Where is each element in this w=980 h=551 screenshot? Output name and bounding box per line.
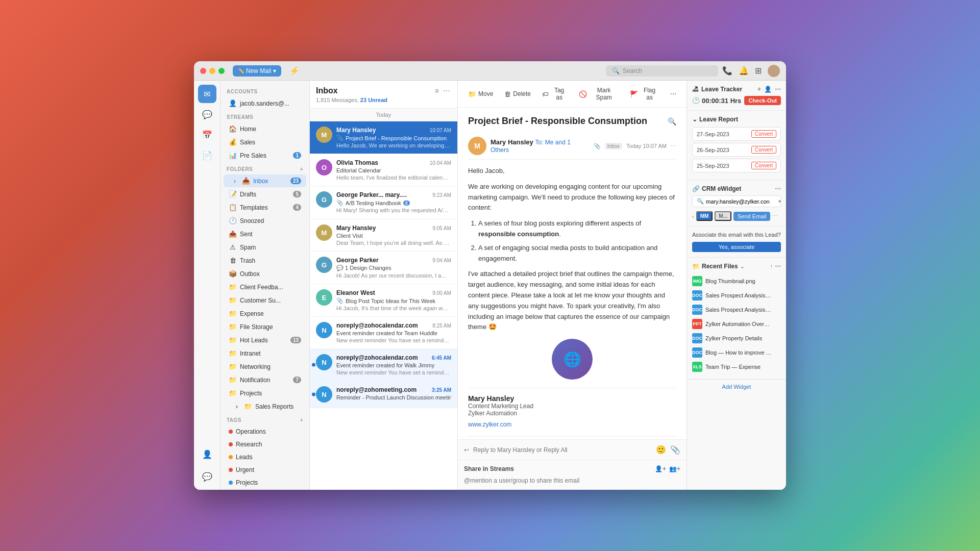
sidebar-item-spam[interactable]: ⚠ Spam xyxy=(224,241,306,254)
recent-file-item[interactable]: PPT Zylker Automation Overview xyxy=(692,317,781,331)
leave-tracker-user-icon[interactable]: 👤 xyxy=(764,86,772,93)
add-person-icon[interactable]: 👤+ xyxy=(655,465,666,472)
crm-tabs-more[interactable]: ⋯ xyxy=(772,213,778,219)
recent-file-item[interactable]: DOC Sales Prospect Analysis.pages xyxy=(692,303,781,317)
sidebar-item-networking[interactable]: 📁 Networking xyxy=(224,360,306,373)
crm-tab-m[interactable]: M... xyxy=(715,211,731,221)
sidebar-item-intranet[interactable]: 📁 Intranet xyxy=(224,347,306,360)
more-toolbar-button[interactable]: ⋯ xyxy=(666,88,680,99)
search-bar[interactable]: 🔍 Search xyxy=(606,65,718,77)
sidebar-item-templates[interactable]: 📋 Templates 4 xyxy=(224,201,306,214)
attach-icon[interactable]: 📎 xyxy=(670,445,680,455)
nav-chat[interactable]: 💬 xyxy=(198,105,216,123)
email-more-button[interactable]: ⋯ xyxy=(671,143,676,149)
sidebar-item-inbox[interactable]: › 📥 Inbox 23 xyxy=(224,174,306,187)
maximize-button[interactable] xyxy=(218,68,225,74)
tag-as-button[interactable]: 🏷 Tag as xyxy=(538,85,572,103)
sidebar-item-home[interactable]: 🏠 Home xyxy=(224,122,306,135)
mark-spam-button[interactable]: 🚫 Mark Spam xyxy=(575,85,623,103)
checkout-button[interactable]: Check-Out xyxy=(744,96,781,105)
crm-search-input[interactable] xyxy=(706,198,776,205)
sidebar-tag-urgent[interactable]: Urgent xyxy=(224,464,306,476)
sidebar-tag-intranet[interactable]: Intranet xyxy=(224,489,306,490)
sidebar-tag-projects[interactable]: Projects xyxy=(224,477,306,489)
sidebar-item-notification[interactable]: 📁 Notification 7 xyxy=(224,373,306,386)
email-item[interactable]: M Mary Hansley 9:05 AM Client Visit Dear… xyxy=(310,219,457,252)
layout-icon[interactable]: ⊞ xyxy=(755,66,762,76)
share-input[interactable] xyxy=(464,477,680,484)
leave-tracker-more[interactable]: ⋯ xyxy=(775,86,781,93)
back-arrow[interactable]: ‹ xyxy=(692,213,694,219)
nav-mail[interactable]: ✉ xyxy=(198,85,216,103)
account-item[interactable]: 👤 jacob.sanders@... xyxy=(224,97,306,110)
recent-files-more[interactable]: ⋯ xyxy=(775,263,781,270)
sig-website[interactable]: www.zylker.com xyxy=(468,421,676,428)
move-button[interactable]: 📁 Move xyxy=(464,88,497,100)
user-avatar[interactable] xyxy=(768,65,780,77)
email-item[interactable]: E Eleanor West 9:00 AM 📎 Blog Post Topic… xyxy=(310,284,457,317)
sidebar-item-outbox[interactable]: 📦 Outbox xyxy=(224,267,306,280)
sidebar-item-sales[interactable]: 💰 Sales xyxy=(224,136,306,148)
sidebar-tag-leads[interactable]: Leads xyxy=(224,451,306,463)
sidebar-item-sales-reports[interactable]: › 📁 Sales Reports xyxy=(224,400,306,413)
send-email-button[interactable]: Send Email xyxy=(733,212,770,221)
sidebar-item-snoozed[interactable]: 🕐 Snoozed xyxy=(224,214,306,227)
more-options-button[interactable]: ⋯ xyxy=(442,86,451,96)
crm-tab-mm[interactable]: MM xyxy=(696,211,713,221)
sidebar-item-projects[interactable]: 📁 Projects xyxy=(224,387,306,399)
email-item[interactable]: G George Parker... mary.hansley@zylke 9:… xyxy=(310,186,457,219)
close-button[interactable] xyxy=(200,68,206,74)
sidebar-tag-research[interactable]: Research xyxy=(224,438,306,450)
add-folder-button[interactable]: + xyxy=(300,166,303,172)
flag-as-button[interactable]: 🚩 Flag as xyxy=(626,85,663,103)
recent-file-item[interactable]: IMG Blog Thumbnail.png xyxy=(692,274,781,288)
add-tag-button[interactable]: + xyxy=(300,417,303,423)
reply-input[interactable] xyxy=(473,446,652,454)
sidebar-item-expense[interactable]: 📁 Expense xyxy=(224,307,306,320)
crm-more-button[interactable]: ⋯ xyxy=(775,185,781,192)
recent-file-item[interactable]: DOC Zylker Property Details xyxy=(692,331,781,345)
nav-bottom-icon[interactable]: 💬 xyxy=(198,467,216,486)
sidebar-tag-operations[interactable]: Operations xyxy=(224,425,306,438)
recent-file-item[interactable]: DOC Blog — How to improve workpl... xyxy=(692,345,781,360)
leave-tracker-add[interactable]: + xyxy=(757,86,761,93)
new-mail-button[interactable]: ✏️ New Mail ▾ xyxy=(233,65,281,77)
recent-file-item[interactable]: DOC Sales Prospect Analysis 2.pages xyxy=(692,288,781,303)
yes-associate-button[interactable]: Yes, associate xyxy=(692,242,781,252)
filter-button[interactable]: ≡ xyxy=(434,86,440,96)
sidebar-item-customer[interactable]: 📁 Customer Su... xyxy=(224,294,306,307)
convert-button[interactable]: Convert xyxy=(751,130,776,138)
emoji-picker-icon[interactable]: 🙂 xyxy=(656,445,666,455)
zoom-icon[interactable]: 🔍 xyxy=(668,117,676,126)
email-item[interactable]: O Olivia Thomas 10:04 AM Editorial Calen… xyxy=(310,154,457,186)
email-item[interactable]: N noreply@zohocalendar.com 8:25 AM Event… xyxy=(310,317,457,349)
email-item[interactable]: G George Parker 9:04 AM 💬 1 Design Chang… xyxy=(310,252,457,284)
bell-icon[interactable]: 🔔 xyxy=(739,66,749,76)
email-item[interactable]: N noreply@zohomeeting.com 3:25 AM Remind… xyxy=(310,381,457,408)
chevron-down-icon[interactable]: ⌄ xyxy=(692,116,697,123)
sidebar-item-pre-sales[interactable]: 📊 Pre Sales 1 xyxy=(224,149,306,162)
sidebar-item-trash[interactable]: 🗑 Trash xyxy=(224,254,306,267)
sidebar-item-file-storage[interactable]: 📁 File Storage xyxy=(224,320,306,333)
convert-button[interactable]: Convert xyxy=(751,146,776,154)
add-group-icon[interactable]: 👥+ xyxy=(669,465,680,472)
sidebar-item-drafts[interactable]: 📝 Drafts 5 xyxy=(224,188,306,201)
nav-calendar[interactable]: 📅 xyxy=(198,126,216,144)
add-widget-button[interactable]: Add Widget xyxy=(687,379,786,394)
nav-notes[interactable]: 📄 xyxy=(198,146,216,164)
sidebar-item-sent[interactable]: 📤 Sent xyxy=(224,228,306,240)
convert-button[interactable]: Convert xyxy=(751,162,776,169)
crm-search-chevron[interactable]: ▾ xyxy=(778,198,781,204)
recent-files-upload[interactable]: ↑ xyxy=(770,263,773,270)
email-item[interactable]: N noreply@zohocalendar.com 6:45 AM Event… xyxy=(310,349,457,381)
chevron-down-icon[interactable]: ⌄ xyxy=(740,264,744,269)
sidebar-item-hot-leads[interactable]: 📁 Hot Leads 13 xyxy=(224,334,306,346)
email-item[interactable]: M Mary Hansley 10:07 AM 📎 Project Brief … xyxy=(310,121,457,154)
delete-button[interactable]: 🗑 Delete xyxy=(500,88,535,100)
nav-contacts[interactable]: 👤 xyxy=(198,445,216,463)
sidebar-item-client-feedback[interactable]: 📁 Client Feedba... xyxy=(224,281,306,293)
lightning-icon[interactable]: ⚡ xyxy=(289,66,300,76)
phone-icon[interactable]: 📞 xyxy=(722,66,732,76)
recent-file-item[interactable]: XLS Team Trip — Expense xyxy=(692,360,781,374)
minimize-button[interactable] xyxy=(209,68,215,74)
